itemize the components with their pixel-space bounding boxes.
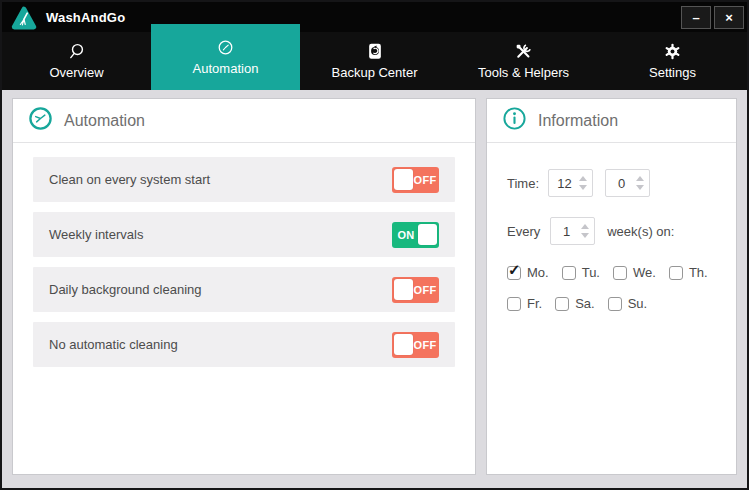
spin-down-icon[interactable] [581, 233, 589, 238]
information-panel: Information Time: 12 0 [486, 98, 737, 475]
row-label: No automatic cleaning [49, 337, 392, 352]
day-label: Sa. [575, 296, 595, 311]
spin-up-icon[interactable] [579, 176, 587, 181]
toggle-clean-on-start[interactable]: OFF [392, 167, 439, 193]
automation-row-daily-background: Daily background cleaning OFF [33, 267, 455, 312]
information-body: Time: 12 0 [487, 143, 736, 353]
information-panel-title: Information [538, 112, 618, 130]
toggle-state: ON [394, 229, 418, 241]
every-label: Every [507, 224, 540, 239]
day-checkbox-sa[interactable]: Sa. [555, 296, 595, 311]
tab-tools-helpers-label: Tools & Helpers [478, 65, 569, 80]
toggle-knob [394, 334, 413, 355]
spin-up-icon[interactable] [636, 176, 644, 181]
day-row-2: Fr. Sa. Su. [507, 296, 716, 311]
spin-down-icon[interactable] [636, 185, 644, 190]
tab-tools-helpers[interactable]: Tools & Helpers [449, 32, 598, 90]
checkbox[interactable] [608, 297, 622, 311]
row-label: Daily background cleaning [49, 282, 392, 297]
toggle-knob [418, 224, 437, 245]
tab-automation-label: Automation [193, 61, 259, 76]
checkmark-icon: ✓ [508, 262, 521, 277]
toggle-knob [394, 279, 413, 300]
day-label: We. [633, 265, 656, 280]
toggle-knob [394, 169, 413, 190]
minute-spinner[interactable]: 0 [605, 169, 650, 197]
hour-spinner[interactable]: 12 [548, 169, 593, 197]
day-row-1: ✓ Mo. Tu. We. Th. [507, 265, 716, 280]
row-label: Weekly intervals [49, 227, 392, 242]
time-label: Time: [507, 176, 539, 191]
spin-down-icon[interactable] [579, 185, 587, 190]
search-icon [67, 43, 86, 61]
minimize-button[interactable]: – [681, 6, 711, 29]
tab-settings-label: Settings [649, 65, 696, 80]
row-label: Clean on every system start [49, 172, 392, 187]
interval-row: Every 1 week(s) on: [507, 217, 716, 245]
toggle-state: OFF [413, 174, 437, 186]
day-checkbox-we[interactable]: We. [613, 265, 656, 280]
toggle-no-automatic[interactable]: OFF [392, 332, 439, 358]
gear-icon [664, 43, 681, 61]
tab-backup-center-label: Backup Center [332, 65, 418, 80]
automation-panel: Automation Clean on every system start O… [12, 98, 476, 475]
tab-overview-label: Overview [49, 65, 103, 80]
day-checkbox-su[interactable]: Su. [608, 296, 648, 311]
checkbox[interactable] [562, 266, 576, 280]
checkbox[interactable] [669, 266, 683, 280]
content-area: Automation Clean on every system start O… [2, 90, 747, 475]
automation-row-clean-on-start: Clean on every system start OFF [33, 157, 455, 202]
spin-up-icon[interactable] [581, 224, 589, 229]
checkbox[interactable]: ✓ [507, 266, 521, 280]
toggle-daily-background[interactable]: OFF [392, 277, 439, 303]
interval-spinner[interactable]: 1 [550, 217, 595, 245]
day-checkbox-th[interactable]: Th. [669, 265, 708, 280]
day-label: Fr. [527, 296, 542, 311]
checkbox[interactable] [613, 266, 627, 280]
interval-spinner-arrows[interactable] [581, 218, 589, 244]
day-label: Th. [689, 265, 708, 280]
titlebar: WashAndGo – × [2, 2, 747, 32]
automation-panel-title: Automation [64, 112, 145, 130]
automation-row-weekly-intervals: Weekly intervals ON [33, 212, 455, 257]
toggle-state: OFF [413, 339, 437, 351]
window-title: WashAndGo [46, 10, 125, 25]
day-checkbox-tu[interactable]: Tu. [562, 265, 600, 280]
tab-overview[interactable]: Overview [2, 32, 151, 90]
day-label: Tu. [582, 265, 600, 280]
clock-icon [28, 106, 53, 135]
automation-panel-header: Automation [13, 99, 475, 143]
checkbox[interactable] [507, 297, 521, 311]
hour-spinner-arrows[interactable] [579, 170, 587, 196]
tab-settings[interactable]: Settings [598, 32, 747, 90]
automation-rows: Clean on every system start OFF Weekly i… [13, 143, 475, 391]
backup-icon [366, 43, 384, 61]
toggle-weekly-intervals[interactable]: ON [392, 222, 439, 248]
clock-icon [217, 39, 234, 57]
day-checkbox-fr[interactable]: Fr. [507, 296, 542, 311]
interval-suffix: week(s) on: [607, 224, 674, 239]
tab-backup-center[interactable]: Backup Center [300, 32, 449, 90]
automation-row-no-automatic: No automatic cleaning OFF [33, 322, 455, 367]
information-panel-header: Information [487, 99, 736, 143]
info-icon [502, 106, 527, 135]
time-row: Time: 12 0 [507, 169, 716, 197]
day-label: Mo. [527, 265, 549, 280]
checkbox[interactable] [555, 297, 569, 311]
close-button[interactable]: × [714, 6, 744, 29]
app-logo-icon [10, 5, 37, 32]
app-window: WashAndGo – × Overview Automati [0, 0, 749, 490]
tab-bar: Overview Automation Backup Center [2, 32, 747, 90]
tab-automation[interactable]: Automation [151, 24, 300, 90]
toggle-state: OFF [413, 284, 437, 296]
window-controls: – × [681, 6, 744, 29]
day-label: Su. [628, 296, 648, 311]
day-checkbox-mo[interactable]: ✓ Mo. [507, 265, 549, 280]
tools-icon [514, 43, 533, 61]
minute-spinner-arrows[interactable] [636, 170, 644, 196]
